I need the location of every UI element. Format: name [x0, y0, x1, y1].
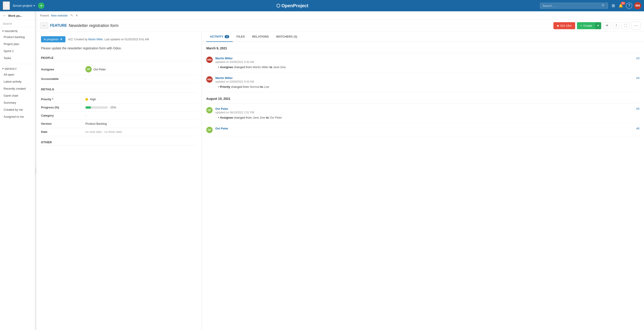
date-header-march: March 9, 2021: [206, 42, 640, 53]
back-button[interactable]: ←: [40, 22, 48, 29]
category-row: Category -: [41, 112, 197, 120]
activity-from-3: Martin Miller: [253, 65, 269, 69]
grid-icon[interactable]: ⊞: [611, 2, 616, 9]
split-pane: In progress ▼ #22: Created by Martin Mil…: [36, 32, 644, 330]
progress-text: 25%: [110, 106, 116, 109]
sidebar-item-product-backlog[interactable]: Product backlog: [0, 33, 35, 40]
add-button[interactable]: +: [38, 2, 44, 9]
search-input[interactable]: [542, 4, 602, 7]
people-section-title: PEOPLE: [41, 56, 197, 61]
progress-label: Progress (%): [41, 106, 82, 109]
create-button[interactable]: + Create: [577, 22, 595, 29]
work-item-title: Newsletter registration form: [68, 23, 552, 28]
priority-text: High: [90, 98, 96, 101]
more-options-button[interactable]: ⋯: [631, 21, 640, 30]
create-icon: +: [580, 24, 582, 27]
progress-bar-fill: [85, 106, 91, 109]
sidebar-default-header[interactable]: ▾ DEFAULT: [0, 66, 35, 71]
activity-number-5[interactable]: #5: [636, 107, 640, 110]
accountable-label: Accountable: [41, 77, 82, 81]
activity-item-3: MM Martin Miller updated on 03/09/2021 9…: [206, 53, 640, 73]
work-item-id: #22: [68, 38, 73, 41]
share-button[interactable]: ⤴: [613, 22, 620, 29]
sidebar-item-recently-created[interactable]: Recently created: [0, 85, 35, 92]
activity-number-6[interactable]: #6: [636, 127, 640, 130]
status-badge[interactable]: In progress ▼: [41, 36, 66, 42]
create-label: Create: [583, 24, 592, 27]
assignee-row: Assignee OP Ovi Peter: [41, 64, 197, 75]
sidebar-item-gantt-chart[interactable]: Gantt chart: [0, 92, 35, 99]
edit-icon[interactable]: ✎: [70, 13, 74, 17]
other-section-title: OTHER: [41, 141, 197, 146]
menu-icon[interactable]: ☰: [3, 1, 10, 10]
activity-field-3: Assignee: [220, 65, 233, 69]
priority-label: Priority *: [41, 98, 82, 101]
sidebar-back-button[interactable]: ←: [3, 13, 6, 18]
assignee-avatar: OP: [85, 66, 92, 72]
logo-icon: ⬡: [276, 3, 280, 8]
activity-body-4: Martin Miller updated on 03/09/2021 9:43…: [215, 76, 640, 88]
date-label: Date: [41, 130, 82, 134]
date-header-august: August 10, 2021: [206, 92, 640, 103]
timer-button[interactable]: ■ 01h 19m: [554, 22, 575, 29]
fullscreen-button[interactable]: ⛶: [621, 22, 630, 29]
breadcrumb: Parent: New website ✎ ✕: [36, 11, 644, 20]
sidebar-item-all-open[interactable]: All open: [0, 71, 35, 78]
user-avatar[interactable]: MM: [634, 2, 641, 9]
close-icon[interactable]: ✕: [75, 13, 78, 17]
assignee-value: OP Ovi Peter: [85, 66, 106, 72]
activity-number-4[interactable]: #4: [636, 76, 640, 80]
left-pane: In progress ▼ #22: Created by Martin Mil…: [36, 32, 202, 330]
progress-bar: [85, 106, 108, 109]
sidebar-item-sprint-1[interactable]: Sprint 1: [0, 47, 35, 54]
activity-body-5: Ovi Peter updated on 08/10/2021 2:51 PM …: [215, 107, 640, 119]
help-icon[interactable]: ?: [626, 2, 632, 9]
sidebar-resizer-handle: [36, 167, 36, 174]
accountable-row: Accountable -: [41, 75, 197, 83]
status-label: In progress: [44, 37, 58, 41]
tab-relations[interactable]: RELATIONS: [248, 32, 272, 42]
sidebar-favorite-section: ▾ FAVORITE Product backlog Project plan …: [0, 27, 35, 63]
sidebar-search-input[interactable]: [3, 22, 35, 25]
tab-watchers[interactable]: WATCHERS (3): [272, 32, 301, 42]
sidebar-item-assigned-to-me[interactable]: Assigned to me: [0, 113, 35, 120]
watch-icon: 👁: [606, 24, 609, 27]
activity-author-4: Martin Miller: [215, 76, 640, 80]
sidebar: ← Work pa... 🔍 ▾ FAVORITE Product backlo…: [0, 11, 35, 330]
parent-link[interactable]: New website: [51, 14, 68, 17]
sidebar-default-label: DEFAULT: [5, 67, 17, 70]
sidebar-title: Work pa...: [8, 14, 22, 17]
notifications-icon[interactable]: 🔔 59: [618, 3, 624, 9]
tab-files-label: FILES: [236, 35, 245, 38]
project-selector[interactable]: Scrum project ▼: [13, 4, 35, 7]
content-area: Parent: New website ✎ ✕ ← FEATURE Newsle…: [36, 11, 644, 330]
sidebar-item-tasks[interactable]: Tasks: [0, 54, 35, 61]
activity-from-4: Normal: [250, 85, 259, 88]
tab-files[interactable]: FILES: [233, 32, 248, 42]
sidebar-default-arrow-icon: ▾: [2, 67, 4, 70]
progress-row: Progress (%) 25%: [41, 103, 197, 112]
sidebar-item-project-plan[interactable]: Project plan: [0, 40, 35, 47]
accountable-value: -: [85, 77, 86, 81]
activity-item-6: OP Ovi Peter #6: [206, 123, 640, 137]
date-value: no start date - no finish date: [85, 130, 122, 134]
sidebar-favorite-header[interactable]: ▾ FAVORITE: [0, 29, 35, 33]
watch-button[interactable]: 👁: [603, 22, 611, 29]
right-pane: ACTIVITY 2 FILES RELATIONS WATCHERS (3): [202, 32, 644, 330]
activity-avatar-5: OP: [206, 107, 213, 113]
sidebar-item-created-by-me[interactable]: Created by me: [0, 106, 35, 113]
created-by-link[interactable]: Martin Miller: [88, 38, 103, 41]
tab-activity[interactable]: ACTIVITY 2: [206, 32, 233, 42]
activity-field-4: Priority: [220, 85, 230, 88]
activity-item-5: OP Ovi Peter updated on 08/10/2021 2:51 …: [206, 103, 640, 123]
sidebar-item-latest-activity[interactable]: Latest activity: [0, 78, 35, 85]
activity-number-3[interactable]: #3: [636, 57, 640, 60]
sidebar-item-summary[interactable]: Summary: [0, 99, 35, 106]
tab-watchers-label: WATCHERS (3): [276, 35, 297, 38]
date-row: Date no start date - no finish date: [41, 128, 197, 136]
create-dropdown-button[interactable]: ▼: [595, 22, 601, 29]
priority-dot-icon: [85, 98, 88, 101]
fullscreen-icon: ⛶: [624, 24, 627, 27]
search-icon: 🔍: [602, 4, 606, 7]
topbar: ☰ Scrum project ▼ + ⬡ OpenProject 🔍 ⊞ 🔔 …: [0, 0, 644, 11]
